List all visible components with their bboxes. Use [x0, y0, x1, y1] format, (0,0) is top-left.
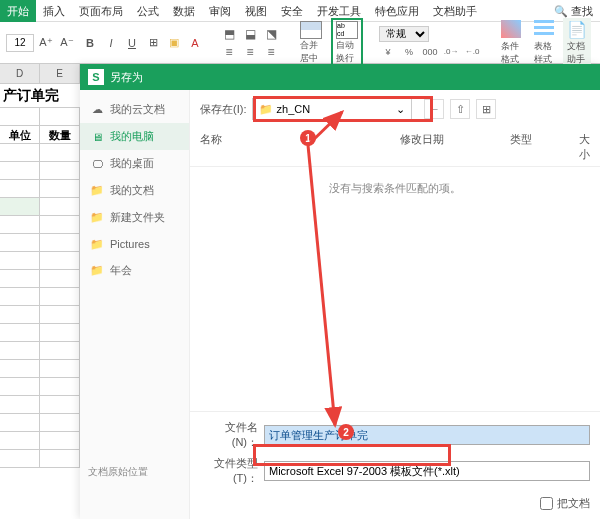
sidebar-item-documents[interactable]: 📁我的文档 [80, 177, 189, 204]
app-icon: S [88, 69, 104, 85]
percent-icon[interactable]: % [400, 44, 418, 60]
tab-home[interactable]: 开始 [0, 0, 36, 22]
filename-label: 文件名(N)： [200, 420, 258, 450]
dialog-title-text: 另存为 [110, 70, 143, 85]
sidebar-item-newfolder[interactable]: 📁新建文件夹 [80, 204, 189, 231]
tab-apps[interactable]: 特色应用 [368, 0, 426, 22]
bold-icon[interactable]: B [81, 34, 99, 52]
folder-icon: 📁 [90, 184, 104, 198]
col-type[interactable]: 类型 [510, 132, 570, 162]
original-location-link[interactable]: 文档原始位置 [88, 465, 148, 479]
dialog-sidebar: ☁我的云文档 🖥我的电脑 🖵我的桌面 📁我的文档 📁新建文件夹 📁Picture… [80, 90, 190, 519]
tab-insert[interactable]: 插入 [36, 0, 72, 22]
align-top-icon[interactable]: ⬒ [220, 26, 238, 42]
comma-icon[interactable]: 000 [421, 44, 439, 60]
sidebar-item-annual[interactable]: 📁年会 [80, 257, 189, 284]
folder-icon: 📁 [90, 264, 104, 278]
decrease-font-icon[interactable]: A⁻ [58, 34, 76, 52]
dialog-titlebar: S 另存为 [80, 64, 600, 90]
file-list-body: 没有与搜索条件匹配的项。 [190, 167, 600, 411]
encrypt-label: 把文档 [557, 496, 590, 511]
header-cell[interactable]: 单位 [0, 126, 40, 143]
number-format-select[interactable]: 常规 [379, 26, 429, 42]
sidebar-item-cloud[interactable]: ☁我的云文档 [80, 96, 189, 123]
align-right-icon[interactable]: ≡ [262, 44, 280, 60]
border-icon[interactable]: ⊞ [144, 34, 162, 52]
wrap-text-button[interactable]: abcd 自动换行 [331, 18, 363, 68]
underline-icon[interactable]: U [123, 34, 141, 52]
align-left-icon[interactable]: ≡ [220, 44, 238, 60]
decimal-inc-icon[interactable]: .0→ [442, 44, 460, 60]
encrypt-checkbox[interactable] [540, 497, 553, 510]
doc-helper-button[interactable]: 📄 文档助手 [563, 18, 591, 68]
sum-button[interactable]: Σ 求和 [596, 24, 600, 61]
tab-helper[interactable]: 文档助手 [426, 0, 484, 22]
sidebar-item-desktop[interactable]: 🖵我的桌面 [80, 150, 189, 177]
sidebar-item-computer[interactable]: 🖥我的电脑 [80, 123, 189, 150]
view-button[interactable]: ⊞ [476, 99, 496, 119]
merge-cells-button[interactable]: 合并居中 [296, 19, 326, 67]
align-bottom-icon[interactable]: ⬔ [262, 26, 280, 42]
folder-icon: 📁 [90, 237, 104, 251]
spreadsheet-background: D E 产订单完 单位 数量 [0, 64, 80, 519]
decimal-dec-icon[interactable]: ←.0 [463, 44, 481, 60]
filetype-input[interactable] [264, 461, 590, 481]
sidebar-item-pictures[interactable]: 📁Pictures [80, 231, 189, 257]
filetype-label: 文件类型(T)： [200, 456, 258, 486]
table-style-button[interactable]: 表格样式 [530, 18, 558, 68]
ribbon-toolbar: A⁺ A⁻ B I U ⊞ ▣ A ⬒ ⬓ ⬔ ≡ ≡ ≡ 合并居中 abcd … [0, 22, 600, 64]
annotation-badge-1: 1 [300, 130, 316, 146]
computer-icon: 🖥 [90, 130, 104, 144]
dialog-main: 保存在(I): 📁 zh_CN ⌄ ← ⇧ ⊞ 名称 修改日期 类型 大小 没有… [190, 90, 600, 519]
annotation-badge-2: 2 [338, 424, 354, 440]
save-as-dialog: S 另存为 ☁我的云文档 🖥我的电脑 🖵我的桌面 📁我的文档 📁新建文件夹 📁P… [80, 64, 600, 519]
italic-icon[interactable]: I [102, 34, 120, 52]
cloud-icon: ☁ [90, 103, 104, 117]
up-button[interactable]: ⇧ [450, 99, 470, 119]
align-center-icon[interactable]: ≡ [241, 44, 259, 60]
col-header[interactable]: E [40, 64, 80, 83]
filename-input[interactable] [264, 425, 590, 445]
file-list-header: 名称 修改日期 类型 大小 [190, 128, 600, 167]
sheet-title-cell: 产订单完 [0, 84, 80, 108]
header-cell[interactable]: 数量 [40, 126, 80, 143]
col-date[interactable]: 修改日期 [400, 132, 510, 162]
chevron-down-icon: ⌄ [396, 103, 405, 116]
align-middle-icon[interactable]: ⬓ [241, 26, 259, 42]
col-header[interactable]: D [0, 64, 40, 83]
tab-data[interactable]: 数据 [166, 0, 202, 22]
folder-icon: 📁 [90, 211, 104, 225]
tab-formula[interactable]: 公式 [130, 0, 166, 22]
tab-layout[interactable]: 页面布局 [72, 0, 130, 22]
save-in-dropdown[interactable]: 📁 zh_CN ⌄ [252, 98, 412, 120]
conditional-format-button[interactable]: 条件格式 [497, 18, 525, 68]
save-in-label: 保存在(I): [200, 102, 246, 117]
folder-icon: 📁 [259, 103, 273, 115]
font-color-icon[interactable]: A [186, 34, 204, 52]
back-button[interactable]: ← [424, 99, 444, 119]
desktop-icon: 🖵 [90, 157, 104, 171]
empty-message: 没有与搜索条件匹配的项。 [200, 181, 590, 196]
tab-view[interactable]: 视图 [238, 0, 274, 22]
fill-color-icon[interactable]: ▣ [165, 34, 183, 52]
increase-font-icon[interactable]: A⁺ [37, 34, 55, 52]
dialog-bottom: 文件名(N)： 文件类型(T)： 把文档 [190, 411, 600, 519]
currency-icon[interactable]: ¥ [379, 44, 397, 60]
col-size[interactable]: 大小 [570, 132, 590, 162]
tab-review[interactable]: 审阅 [202, 0, 238, 22]
font-size-input[interactable] [6, 34, 34, 52]
